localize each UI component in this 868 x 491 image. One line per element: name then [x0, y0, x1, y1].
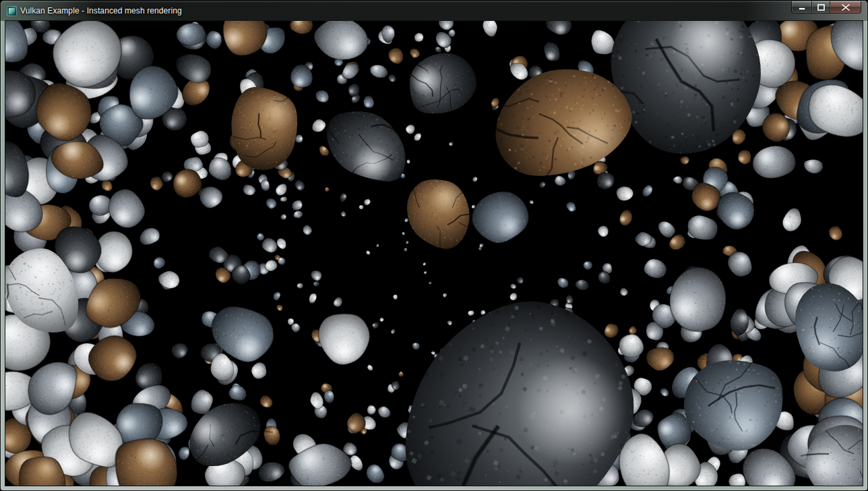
title-bar[interactable]: Vulkan Example - Instanced mesh renderin… [1, 1, 867, 21]
close-icon [842, 4, 850, 11]
window-controls [791, 1, 861, 13]
render-viewport [5, 21, 863, 486]
app-icon[interactable] [7, 6, 17, 16]
maximize-icon [817, 4, 825, 11]
minimize-icon [799, 4, 805, 10]
window-title: Vulkan Example - Instanced mesh renderin… [20, 6, 182, 16]
app-window: Vulkan Example - Instanced mesh renderin… [0, 0, 868, 491]
minimize-button[interactable] [791, 1, 811, 13]
close-button[interactable] [830, 1, 861, 13]
scene-canvas[interactable] [5, 21, 863, 486]
maximize-button[interactable] [811, 1, 830, 13]
